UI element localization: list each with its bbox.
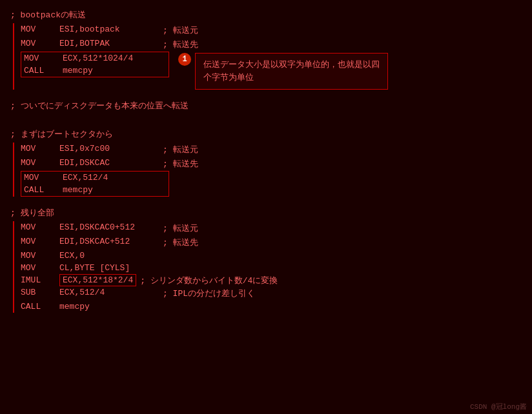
mnemonic: MOV: [21, 222, 59, 234]
code-line: MOV CL,BYTE [CYLS]: [14, 262, 532, 274]
inline-comment: ; 転送先: [163, 158, 198, 170]
annotation-badge-1: 1: [178, 53, 191, 66]
mnemonic: MOV: [21, 25, 59, 36]
mnemonic: SUB: [21, 288, 59, 299]
annotation-text-1: 伝送データ大小是以双字为单位的，也就是以四个字节为单位: [195, 53, 388, 90]
operand: memcpy: [63, 185, 166, 195]
comment-disk: ; ついでにディスクデータも本来の位置へ転送: [0, 96, 532, 114]
code-line: SUB ECX,512/4 ; IPLの分だけ差し引く: [14, 286, 532, 301]
inline-comment: ; 転送元: [163, 25, 198, 36]
mnemonic: MOV: [21, 39, 59, 50]
mnemonic: MOV: [21, 251, 59, 261]
section-remaining: ; 残り全部 MOV ESI,DSKCAC0+512 ; 転送元 MOV EDI…: [0, 203, 532, 313]
section-bootsector: ; まずはブートセクタから MOV ESI,0x7c00 ; 転送元 MOV E…: [0, 124, 532, 197]
operand: ECX,0: [59, 251, 163, 261]
code-line: MOV EDI,BOTPAK ; 転送先: [14, 37, 388, 52]
comment-bootpack: ; bootpackの転送: [0, 5, 532, 23]
mnemonic: MOV: [24, 173, 63, 182]
section-bootpack: ; bootpackの転送 MOV ESI,bootpack ; 転送元 MOV…: [0, 5, 532, 90]
operand: ECX,512*1024/4: [63, 54, 166, 63]
operand: ECX,512/4: [63, 173, 166, 182]
operand-highlight: ECX,512*18*2/4: [60, 275, 136, 286]
mnemonic: MOV: [21, 237, 59, 248]
section-disk: ; ついでにディスクデータも本来の位置へ転送: [0, 96, 532, 118]
operand: ESI,0x7c00: [59, 144, 163, 155]
highlight-box-1: MOV ECX,512*1024/4 CALL memcpy: [21, 52, 169, 77]
code-line: MOV ESI,0x7c00 ; 転送元: [14, 143, 532, 157]
operand: memcpy: [59, 302, 163, 311]
code-line: MOV EDI,DSKCAC ; 転送先: [14, 157, 532, 171]
highlight-box-2: MOV ECX,512/4 CALL memcpy: [21, 171, 169, 197]
code-line-highlight: CALL memcpy: [21, 184, 169, 196]
operand: CL,BYTE [CYLS]: [59, 263, 163, 273]
mnemonic: CALL: [24, 66, 63, 75]
code-line: MOV EDI,DSKCAC+512 ; 転送先: [14, 235, 532, 250]
code-line-highlight: MOV ECX,512*1024/4: [21, 52, 169, 64]
inline-comment: ; 転送先: [163, 237, 198, 248]
watermark: CSDN @冠long酱: [470, 402, 527, 411]
inline-comment: ; シリンダ数からバイト数/4に変換: [140, 275, 278, 286]
mnemonic: MOV: [21, 144, 59, 155]
code-line: MOV ECX,0: [14, 250, 532, 262]
mnemonic: IMUL: [21, 275, 59, 285]
operand: ESI,DSKCAC0+512: [59, 222, 163, 234]
main-content: ; bootpackの転送 MOV ESI,bootpack ; 転送元 MOV…: [0, 0, 532, 324]
code-line: IMUL: [14, 274, 59, 286]
inline-comment: ; 転送元: [163, 144, 198, 155]
operand: ECX,512/4: [59, 288, 163, 299]
code-line-highlight: MOV ECX,512/4: [21, 172, 169, 184]
code-line: MOV ESI,DSKCAC0+512 ; 転送元: [14, 221, 532, 235]
highlight-box-3: ECX,512*18*2/4: [59, 274, 136, 286]
operand: EDI,DSKCAC: [59, 158, 163, 170]
operand: memcpy: [63, 66, 166, 75]
code-line: MOV ESI,bootpack ; 転送元: [14, 23, 388, 37]
inline-comment: ; 転送先: [163, 39, 198, 50]
code-line-highlight: CALL memcpy: [21, 64, 169, 77]
operand: ESI,bootpack: [59, 25, 163, 36]
inline-comment: ; 転送元: [163, 222, 198, 234]
operand: EDI,DSKCAC+512: [59, 237, 163, 248]
mnemonic: CALL: [24, 185, 63, 195]
comment-bootsector: ; まずはブートセクタから: [0, 124, 532, 143]
mnemonic: MOV: [24, 54, 63, 63]
operand: EDI,BOTPAK: [59, 39, 163, 50]
imul-row: IMUL ECX,512*18*2/4 ; シリンダ数からバイト数/4に変換: [14, 274, 532, 286]
comment-remaining: ; 残り全部: [0, 203, 532, 221]
inline-comment: ; IPLの分だけ差し引く: [163, 288, 255, 299]
mnemonic: MOV: [21, 158, 59, 170]
code-line: CALL memcpy: [14, 301, 532, 313]
mnemonic: CALL: [21, 302, 59, 311]
mnemonic: MOV: [21, 263, 59, 273]
